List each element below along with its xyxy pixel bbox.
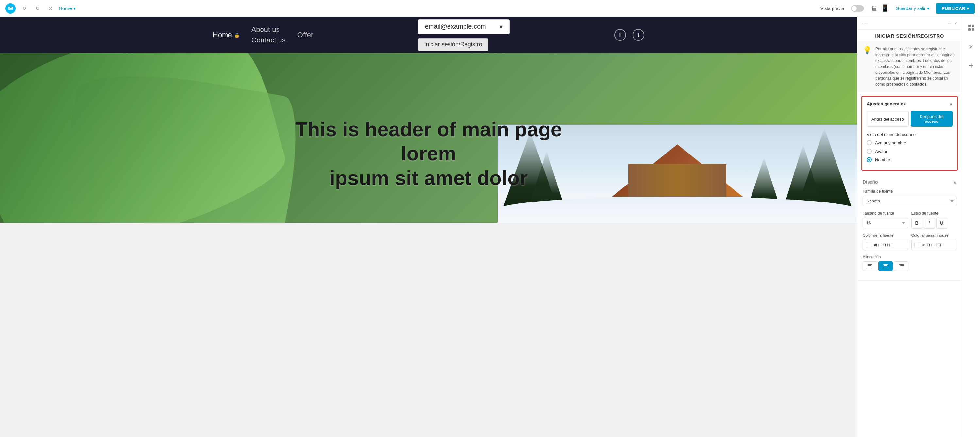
nav-offer-link[interactable]: Offer (298, 31, 313, 39)
toolbar-right: Vista previa 🖥 📱 Guardar y salir ▾ PUBLI… (821, 3, 975, 14)
radio-avatar-nombre-label: Avatar y nombre (875, 141, 906, 145)
email-chevron-icon: ▾ (500, 23, 503, 31)
nav-links-left: Home 🔒 About us Contact us Offer (213, 25, 313, 44)
color-mouse-value: #FFFFFFFF (923, 243, 942, 247)
align-right-button[interactable] (894, 261, 908, 271)
radio-nombre-label: Nombre (875, 157, 890, 162)
color-mouse-dot (914, 242, 920, 248)
desktop-icon[interactable]: 🖥 (870, 4, 878, 13)
underline-button[interactable]: U (936, 217, 947, 229)
svg-rect-3 (883, 264, 888, 264)
toolbar-left: ✉ ↺ ↻ ⊙ Home ▾ (5, 3, 76, 14)
font-size-style-row: Tamaño de fuente 16 12 14 18 20 24 Estil… (863, 211, 956, 229)
undo-button[interactable]: ↺ (20, 4, 29, 13)
svg-rect-7 (900, 265, 904, 266)
color-mouse-swatch[interactable]: #FFFFFFFF (912, 240, 957, 250)
alignment-label: Alineación (863, 255, 956, 259)
italic-button[interactable]: I (924, 217, 935, 229)
svg-rect-12 (972, 28, 974, 31)
twitter-icon[interactable]: t (633, 29, 644, 41)
radio-nombre-circle (867, 157, 872, 162)
add-icon[interactable]: + (965, 59, 977, 72)
nav-about-link[interactable]: About us (251, 25, 280, 34)
info-description: Permite que los visitantes se registren … (875, 46, 956, 87)
access-toggle: Antes del acceso Después del acceso (867, 111, 953, 127)
login-label: Iniciar sesión/Registro (424, 41, 482, 48)
after-access-button[interactable]: Después del acceso (911, 111, 953, 127)
email-text: email@example.com (425, 23, 486, 30)
site-nav-inner: Home 🔒 About us Contact us Offer (200, 19, 657, 51)
align-center-button[interactable] (878, 261, 893, 271)
svg-rect-4 (884, 265, 887, 266)
panel-header: ··· − × (858, 17, 962, 30)
color-fuente-group: Color de la fuente #FFFFFFFF (863, 233, 908, 250)
canvas: Home 🔒 About us Contact us Offer (0, 17, 857, 437)
nav-offer-label: Offer (298, 31, 313, 39)
radio-avatar-nombre-circle (867, 140, 872, 145)
close-right-icon[interactable]: × (965, 41, 977, 53)
toolbar: ✉ ↺ ↻ ⊙ Home ▾ Vista previa 🖥 📱 Guardar … (0, 0, 980, 17)
font-size-label: Tamaño de fuente (863, 211, 908, 215)
nav-contact-link[interactable]: Contact us (251, 36, 286, 44)
svg-rect-5 (883, 266, 888, 267)
font-size-select[interactable]: 16 12 14 18 20 24 (863, 217, 908, 228)
ajustes-generales-section: Ajustes generales ∧ Antes del acceso Des… (861, 96, 958, 171)
device-icons: 🖥 📱 (870, 4, 889, 13)
publicar-chevron-icon: ▾ (967, 6, 969, 11)
nav-center-col: About us Contact us (251, 25, 286, 44)
lock-icon: 🔒 (234, 32, 240, 38)
redo-button[interactable]: ↻ (33, 4, 42, 13)
panel-title: INICIAR SESIÓN/REGISTRO (858, 30, 962, 41)
save-history-button[interactable]: ⊙ (46, 4, 55, 13)
guardar-chevron-icon: ▾ (927, 6, 929, 11)
settings-section-header: Ajustes generales ∧ (867, 101, 953, 106)
panel-close-icon[interactable]: × (954, 20, 957, 26)
drag-handle-icon: ··· (862, 21, 869, 26)
hero-section: This is header of main page lorem ipsum … (0, 53, 857, 223)
color-fuente-dot (865, 242, 872, 248)
guardar-button[interactable]: Guardar y salir ▾ (896, 6, 929, 11)
facebook-icon[interactable]: f (614, 29, 626, 41)
radio-nombre[interactable]: Nombre (867, 157, 953, 162)
color-fuente-value: #FFFFFFFF (874, 243, 894, 247)
color-row: Color de la fuente #FFFFFFFF Color al pa… (863, 233, 956, 250)
radio-avatar[interactable]: Avatar (867, 149, 953, 154)
panel-minimize-icon[interactable]: − (948, 20, 951, 26)
svg-rect-11 (968, 28, 970, 31)
svg-rect-0 (867, 264, 872, 264)
vista-previa-label: Vista previa (821, 6, 844, 11)
preview-toggle[interactable] (851, 5, 864, 12)
nav-home-link[interactable]: Home 🔒 (213, 31, 240, 39)
page-selector[interactable]: Home ▾ (59, 6, 76, 11)
font-family-label: Familia de fuente (863, 189, 956, 194)
color-fuente-swatch[interactable]: #FFFFFFFF (863, 240, 908, 250)
svg-rect-2 (867, 266, 872, 267)
layers-icon[interactable] (965, 22, 977, 34)
main-area: Home 🔒 About us Contact us Offer (0, 17, 980, 437)
svg-rect-1 (867, 265, 871, 266)
svg-rect-9 (968, 25, 970, 27)
nav-home-label: Home (213, 31, 232, 39)
mobile-icon[interactable]: 📱 (880, 4, 889, 13)
hero-title: This is header of main page lorem ipsum … (282, 117, 576, 190)
bold-button[interactable]: B (912, 217, 923, 229)
panel-header-icons: − × (948, 20, 957, 26)
before-access-button[interactable]: Antes del acceso (867, 111, 909, 127)
site-nav: Home 🔒 About us Contact us Offer (0, 17, 857, 53)
diseno-section: Diseño ∧ Familia de fuente Roboto Arial … (858, 175, 962, 280)
login-button[interactable]: Iniciar sesión/Registro (418, 38, 488, 51)
logo-icon[interactable]: ✉ (5, 3, 16, 14)
diseno-collapse-icon[interactable]: ∧ (953, 179, 956, 185)
color-fuente-label: Color de la fuente (863, 233, 908, 238)
font-family-select[interactable]: Roboto Arial Helvetica (863, 196, 956, 206)
ajustes-collapse-icon[interactable]: ∧ (949, 101, 953, 106)
diseno-title: Diseño (863, 179, 878, 185)
color-mouse-label: Color al pasar mouse (912, 233, 957, 238)
publicar-button[interactable]: PUBLICAR ▾ (936, 3, 975, 14)
align-left-button[interactable] (863, 261, 877, 271)
radio-avatar-nombre[interactable]: Avatar y nombre (867, 140, 953, 145)
vista-menu-label: Vista del menú de usuario (867, 132, 953, 137)
svg-rect-8 (899, 266, 904, 267)
email-dropdown[interactable]: email@example.com ▾ (418, 19, 510, 34)
nav-about-label: About us (251, 25, 280, 34)
